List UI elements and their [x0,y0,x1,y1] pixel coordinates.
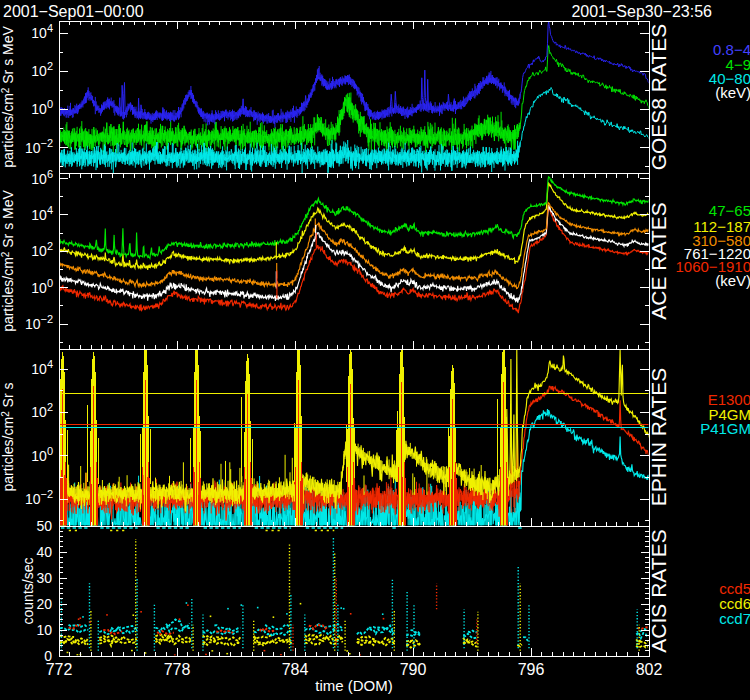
svg-text:particles/cm2 Sr s MeV: particles/cm2 Sr s MeV [0,25,16,167]
svg-text:50: 50 [36,518,52,534]
svg-text:2001−Sep30−23:56: 2001−Sep30−23:56 [571,3,712,20]
svg-text:778: 778 [164,661,191,678]
svg-text:47−65: 47−65 [709,202,750,219]
svg-text:784: 784 [282,661,309,678]
svg-text:20: 20 [36,596,52,612]
svg-text:(keV): (keV) [715,84,750,101]
svg-text:counts/sec: counts/sec [20,558,36,625]
svg-text:10: 10 [36,622,52,638]
svg-text:GOES8 RATES: GOES8 RATES [647,24,670,171]
svg-text:40: 40 [36,544,52,560]
svg-text:ACIS RATES: ACIS RATES [647,529,670,652]
svg-text:796: 796 [518,661,545,678]
svg-text:time (DOM): time (DOM) [315,677,393,694]
svg-text:802: 802 [636,661,663,678]
svg-text:772: 772 [46,661,73,678]
svg-text:790: 790 [400,661,427,678]
svg-text:particles/cm2 Sr s MeV: particles/cm2 Sr s MeV [0,189,16,331]
svg-text:(keV): (keV) [715,272,750,289]
svg-text:P41GM: P41GM [700,420,750,437]
svg-text:ACE RATES: ACE RATES [647,202,670,319]
svg-text:2001−Sep01−00:00: 2001−Sep01−00:00 [3,3,144,20]
svg-text:ccd7: ccd7 [719,610,750,627]
svg-text:particles/cm2 Sr s: particles/cm2 Sr s [0,382,16,491]
svg-text:EPHIN RATES: EPHIN RATES [647,368,670,506]
svg-text:30: 30 [36,570,52,586]
